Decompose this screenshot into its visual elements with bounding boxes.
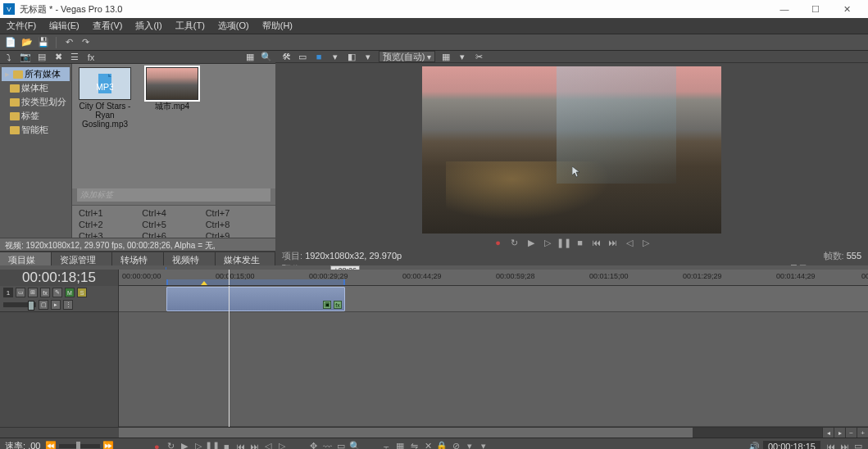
snap-icon[interactable]: ⫟ — [381, 442, 391, 450]
capture-icon[interactable]: 📷 — [20, 52, 31, 63]
tl-pause-icon[interactable]: ❚❚ — [207, 442, 217, 450]
auto-crossfade-icon[interactable]: ✕ — [423, 442, 433, 450]
status-go-end-icon[interactable]: ⏭ — [839, 442, 849, 450]
menu-tools[interactable]: 工具(T) — [172, 18, 208, 34]
envelope-tool-icon[interactable]: 〰 — [322, 442, 332, 450]
dropdown-icon[interactable]: ▾ — [329, 51, 341, 62]
add-tag-field[interactable]: 添加标签 — [77, 188, 270, 202]
project-properties-icon[interactable]: 🛠 — [280, 51, 292, 62]
status-go-start-icon[interactable]: ⏮ — [825, 442, 835, 450]
stop-button-icon[interactable]: ■ — [575, 237, 586, 248]
go-start-icon[interactable]: ⏮ — [591, 237, 602, 248]
playhead-marker-icon[interactable] — [201, 281, 207, 285]
track-row-1[interactable]: ▣ fx — [119, 286, 868, 312]
scrub-rewind-icon[interactable]: ⏪ — [45, 441, 57, 449]
scrollbar-thumb[interactable] — [119, 428, 693, 438]
quantize-icon[interactable]: ▦ — [395, 442, 405, 450]
level-slider[interactable] — [3, 302, 36, 307]
scroll-left-icon[interactable]: ◂ — [822, 428, 834, 438]
window-minimize-button[interactable]: — — [773, 2, 796, 16]
loop-region[interactable] — [166, 279, 345, 286]
compositing-mode-icon[interactable]: ▢ — [39, 300, 48, 310]
tl-next-frame-icon[interactable]: ▷ — [277, 442, 287, 450]
shortcut-2[interactable]: Ctrl+2 — [79, 219, 142, 230]
zoom-out-icon[interactable]: − — [845, 428, 857, 438]
clip-fx-icon[interactable]: fx — [334, 301, 342, 309]
zoom-in-icon[interactable]: + — [857, 428, 868, 438]
dropdown-icon[interactable]: ▾ — [479, 442, 489, 450]
window-maximize-button[interactable]: ☐ — [804, 2, 827, 16]
lock-envelopes-icon[interactable]: 🔒 — [437, 442, 447, 450]
tab-transitions[interactable]: 转场特效 — [112, 252, 164, 265]
snapshot-icon[interactable]: ✂ — [473, 51, 484, 62]
ignore-grouping-icon[interactable]: ⊘ — [451, 442, 461, 450]
tl-loop-icon[interactable]: ↻ — [166, 442, 175, 450]
menu-file[interactable]: 文件(F) — [3, 18, 39, 34]
timeline-timecode[interactable]: 00:00:18;15 — [0, 270, 119, 286]
menu-options[interactable]: 选项(O) — [215, 18, 252, 34]
preview-device-icon[interactable]: ■ — [313, 51, 325, 62]
tl-play-start-icon[interactable]: ▶ — [180, 442, 189, 450]
undo-tool-icon[interactable]: ↶ — [63, 37, 75, 48]
timeline-ruler[interactable]: 00:00:00;00 00:00:15;00 00:00:29;29 00:0… — [119, 270, 868, 286]
tree-bins[interactable]: 媒体柜 — [2, 81, 70, 95]
loop-button-icon[interactable]: ↻ — [509, 237, 520, 248]
menu-insert[interactable]: 插入(I) — [132, 18, 165, 34]
open-project-icon[interactable]: 📂 — [21, 37, 33, 48]
audio-device-icon[interactable]: 🔊 — [748, 442, 758, 450]
bypass-fx-icon[interactable]: ▭ — [16, 288, 25, 297]
tab-video-fx[interactable]: 视频特效 — [164, 252, 216, 265]
solo-button[interactable]: S — [77, 288, 87, 297]
mute-button[interactable]: M — [65, 288, 75, 297]
tree-by-type[interactable]: 按类型划分 — [2, 95, 70, 109]
tl-go-end-icon[interactable]: ⏭ — [249, 442, 259, 450]
tree-smart[interactable]: 智能柜 — [2, 123, 70, 137]
tab-explorer[interactable]: 资源管理器 — [52, 252, 112, 265]
tl-go-start-icon[interactable]: ⏮ — [235, 442, 245, 450]
rate-scrubber[interactable]: ⏪ ⏩ — [45, 441, 114, 449]
track-header-1[interactable]: 1 ▭ ⊞ fx ✎ M S ▢ ▸ ⋮ — [0, 286, 118, 312]
media-item-audio[interactable]: MP3 City Of Stars - Ryan Gosling.mp3 — [75, 67, 134, 185]
make-parent-icon[interactable]: ▸ — [51, 300, 61, 310]
overlays-icon[interactable]: ▦ — [440, 51, 452, 62]
menu-help[interactable]: 帮助(H) — [259, 18, 296, 34]
more-icon[interactable]: ⋮ — [63, 300, 73, 310]
horizontal-scrollbar[interactable] — [119, 428, 822, 438]
new-project-icon[interactable]: 📄 — [5, 37, 16, 48]
scrub-forward-icon[interactable]: ⏩ — [102, 441, 114, 449]
normal-edit-tool-icon[interactable]: ✥ — [308, 442, 318, 450]
track-motion-icon[interactable]: ⊞ — [28, 288, 38, 297]
preview-video-frame[interactable] — [422, 66, 721, 234]
video-clip[interactable]: ▣ fx — [166, 287, 345, 311]
external-monitor-icon[interactable]: ▭ — [297, 51, 308, 62]
status-timecode[interactable]: 00:00:18;15 — [763, 441, 820, 450]
zoom-tool-icon[interactable]: 🔍 — [350, 442, 360, 450]
status-mode-icon[interactable]: ▭ — [853, 442, 863, 450]
prev-frame-icon[interactable]: ◁ — [624, 237, 635, 248]
save-project-icon[interactable]: 💾 — [38, 37, 49, 48]
shortcut-4[interactable]: Ctrl+4 — [142, 207, 205, 219]
shortcut-8[interactable]: Ctrl+8 — [206, 219, 269, 230]
record-button-icon[interactable]: ● — [493, 237, 504, 248]
automation-icon[interactable]: ✎ — [52, 288, 62, 297]
play-button-icon[interactable]: ▷ — [542, 237, 553, 248]
menu-view[interactable]: 查看(V) — [89, 18, 126, 34]
tree-all-media[interactable]: ▸所有媒体 — [2, 67, 70, 81]
scroll-right-icon[interactable]: ▸ — [834, 428, 845, 438]
window-close-button[interactable]: ✕ — [835, 2, 858, 16]
auto-ripple-icon[interactable]: ⇋ — [409, 442, 419, 450]
playhead-line[interactable] — [229, 286, 229, 427]
shortcut-5[interactable]: Ctrl+5 — [142, 219, 205, 230]
dropdown-icon[interactable]: ▾ — [457, 51, 468, 62]
next-frame-icon[interactable]: ▷ — [640, 237, 652, 248]
shortcut-1[interactable]: Ctrl+1 — [79, 207, 142, 219]
dropdown-icon[interactable]: ▾ — [362, 51, 374, 62]
properties-icon[interactable]: ☰ — [69, 52, 80, 63]
tab-project-media[interactable]: 项目媒体 — [0, 252, 52, 265]
fx-icon[interactable]: fx — [85, 52, 97, 63]
media-item-video[interactable]: 城市.mp4 — [143, 67, 202, 185]
pause-button-icon[interactable]: ❚❚ — [558, 237, 570, 248]
preview-quality-combo[interactable]: 预览(自动) ▾ — [379, 51, 435, 62]
import-media-icon[interactable]: ⤵ — [3, 52, 15, 63]
timeline-cursor[interactable] — [229, 270, 229, 285]
